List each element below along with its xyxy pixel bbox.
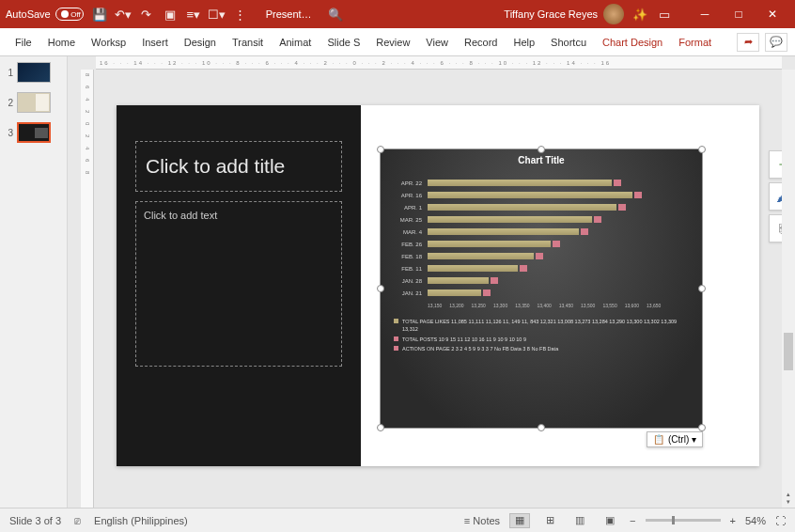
accessibility-icon[interactable]: ⎚ <box>74 515 81 526</box>
tab-insert[interactable]: Insert <box>134 31 176 54</box>
slide[interactable]: Click to add title Click to add text Cha… <box>117 105 759 466</box>
tab-slideshow[interactable]: Slide S <box>320 31 367 54</box>
bar-row: JAN. 28 <box>428 274 683 287</box>
list-icon[interactable]: ≡▾ <box>185 6 202 23</box>
thumb-1[interactable]: 1 <box>4 62 63 83</box>
tab-workspace[interactable]: Worksp <box>84 31 133 54</box>
tab-file[interactable]: File <box>8 31 39 54</box>
close-button[interactable]: ✕ <box>756 0 789 28</box>
zoom-out-button[interactable]: − <box>630 515 635 526</box>
present-icon[interactable]: ▣ <box>162 6 179 23</box>
scroll-arrows[interactable]: ▴▾ <box>782 491 795 506</box>
coming-soon-icon[interactable]: ✨ <box>631 6 648 23</box>
resize-handle[interactable] <box>538 146 545 153</box>
zoom-level[interactable]: 54% <box>745 515 766 526</box>
canvas-area: 16 · · · 14 · · · 12 · · · 10 · · · 8 · … <box>68 56 795 508</box>
resize-handle[interactable] <box>377 424 384 431</box>
redo-icon[interactable]: ↷ <box>138 6 155 23</box>
chart-object[interactable]: Chart Title APR. 22APR. 16APR. 1MAR. 25M… <box>380 149 703 429</box>
bar-row: APR. 16 <box>428 189 683 201</box>
slide-thumbnails: 1 2 3 <box>0 56 68 508</box>
resize-handle[interactable] <box>698 285 706 292</box>
zoom-slider[interactable] <box>646 519 721 522</box>
tab-format[interactable]: Format <box>671 31 719 54</box>
bar-row: MAR. 4 <box>428 226 683 238</box>
autosave-toggle[interactable]: AutoSave Off <box>6 8 84 21</box>
share-button[interactable]: ➦ <box>737 33 759 52</box>
chart-legend: TOTAL PAGE LIKES 11,085 11,111 11,126 11… <box>381 308 702 360</box>
chart-x-axis: 13,15013,20013,25013,30013,35013,40013,4… <box>381 303 702 308</box>
qat-overflow-icon[interactable]: ⋮ <box>232 6 249 23</box>
ribbon-tabs: File Home Worksp Insert Design Transit A… <box>0 28 795 56</box>
tab-recording[interactable]: Record <box>457 31 505 54</box>
bar-row: MAR. 25 <box>428 213 683 226</box>
user-account[interactable]: Tiffany Grace Reyes <box>504 4 624 24</box>
clipboard-icon: 📋 <box>653 434 664 445</box>
normal-view-button[interactable]: ▦ <box>509 513 530 528</box>
qat: 💾 ↶▾ ↷ ▣ ≡▾ ☐▾ ⋮ <box>91 6 249 23</box>
search-icon[interactable]: 🔍 <box>327 6 344 23</box>
resize-handle[interactable] <box>377 285 384 292</box>
zoom-in-button[interactable]: + <box>730 515 736 526</box>
tab-shortcuts[interactable]: Shortcu <box>543 31 594 54</box>
status-bar: Slide 3 of 3 ⎚ English (Philippines) ≡ N… <box>0 508 795 532</box>
resize-handle[interactable] <box>377 146 384 153</box>
text-placeholder[interactable]: Click to add text <box>135 201 342 367</box>
bar-row: APR. 22 <box>428 177 683 189</box>
tab-home[interactable]: Home <box>40 31 83 54</box>
doc-title: Present… <box>266 8 312 20</box>
title-placeholder[interactable]: Click to add title <box>135 141 342 192</box>
reading-view-button[interactable]: ▥ <box>569 513 590 528</box>
tab-view[interactable]: View <box>418 31 456 54</box>
tab-help[interactable]: Help <box>506 31 542 54</box>
slide-left-panel: Click to add title Click to add text <box>117 105 361 466</box>
comments-button[interactable]: 💬 <box>765 33 787 52</box>
window-controls: ─ □ ✕ <box>688 0 789 28</box>
toggle-switch[interactable]: Off <box>55 8 84 21</box>
tab-design[interactable]: Design <box>177 31 224 54</box>
bar-row: APR. 1 <box>428 201 683 213</box>
ribbon-right: ➦ 💬 <box>737 33 787 52</box>
save-icon[interactable]: 💾 <box>91 6 108 23</box>
titlebar: AutoSave Off 💾 ↶▾ ↷ ▣ ≡▾ ☐▾ ⋮ Present… 🔍… <box>0 0 795 28</box>
chart-bars: APR. 22APR. 16APR. 1MAR. 25MAR. 4FEB. 26… <box>381 171 702 299</box>
fit-window-button[interactable]: ⛶ <box>775 515 786 526</box>
slide-counter[interactable]: Slide 3 of 3 <box>9 515 61 526</box>
sorter-view-button[interactable]: ⊞ <box>539 513 560 528</box>
tab-transitions[interactable]: Transit <box>225 31 271 54</box>
tab-animations[interactable]: Animat <box>272 31 319 54</box>
slide-right-panel: Chart Title APR. 22APR. 16APR. 1MAR. 25M… <box>361 105 759 466</box>
horizontal-ruler: 16 · · · 14 · · · 12 · · · 10 · · · 8 · … <box>96 56 782 70</box>
resize-handle[interactable] <box>698 424 706 431</box>
workspace: 1 2 3 16 · · · 14 · · · 12 · · · 10 · · … <box>0 56 795 508</box>
scrollbar-thumb[interactable] <box>784 333 793 370</box>
paste-options[interactable]: 📋 (Ctrl) ▾ <box>647 431 703 447</box>
bar-row: FEB. 18 <box>428 250 683 262</box>
notes-toggle[interactable]: ≡ Notes <box>464 515 500 526</box>
bar-row: FEB. 26 <box>428 238 683 250</box>
avatar <box>603 4 624 24</box>
minimize-button[interactable]: ─ <box>688 0 722 28</box>
maximize-button[interactable]: □ <box>722 0 756 28</box>
vertical-scrollbar[interactable]: ▴▾ <box>782 70 795 508</box>
bar-row: JAN. 21 <box>428 287 683 299</box>
user-name: Tiffany Grace Reyes <box>504 8 598 20</box>
vertical-ruler: 8 6 4 2 0 2 4 6 8 <box>81 70 94 508</box>
ribbon-display-icon[interactable]: ▭ <box>656 6 673 23</box>
resize-handle[interactable] <box>538 424 545 431</box>
status-right: ≡ Notes ▦ ⊞ ▥ ▣ − + 54% ⛶ <box>464 513 786 528</box>
thumb-2[interactable]: 2 <box>4 92 63 113</box>
language-status[interactable]: English (Philippines) <box>94 515 188 526</box>
tab-chart-design[interactable]: Chart Design <box>595 31 670 54</box>
tab-review[interactable]: Review <box>368 31 417 54</box>
undo-icon[interactable]: ↶▾ <box>115 6 132 23</box>
thumb-3[interactable]: 3 <box>4 122 63 143</box>
slideshow-view-button[interactable]: ▣ <box>600 513 620 528</box>
resize-handle[interactable] <box>698 146 706 153</box>
bar-row: FEB. 11 <box>428 262 683 274</box>
touch-icon[interactable]: ☐▾ <box>209 6 226 23</box>
autosave-label: AutoSave <box>6 8 51 20</box>
